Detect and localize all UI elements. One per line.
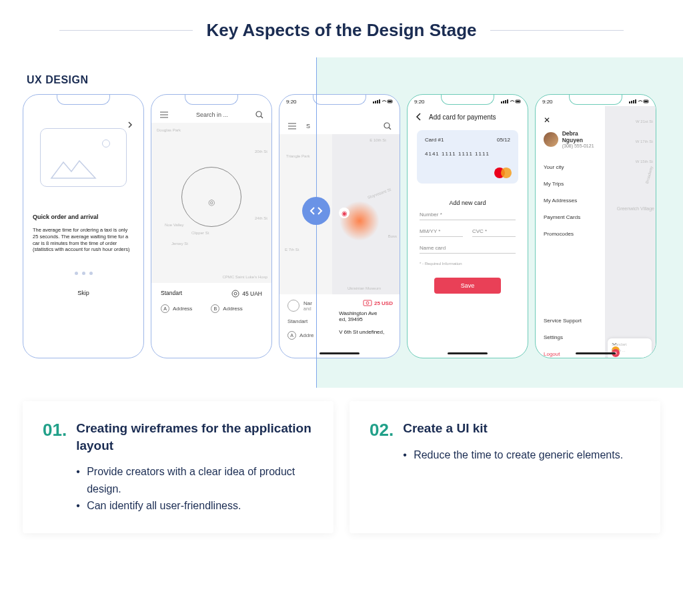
map[interactable]: W 21st St W 17th St W 15th St Greenwich … bbox=[605, 106, 656, 358]
onboarding-title: Quick order and arrival bbox=[33, 214, 134, 220]
svg-point-2 bbox=[234, 292, 237, 295]
screen-title: Add card for payments bbox=[429, 113, 496, 121]
avatar-icon bbox=[287, 300, 299, 312]
ui-add-card: 9:20 Add card for payments Card #105/12 … bbox=[407, 94, 528, 358]
card-title: Create a UI kit bbox=[403, 420, 623, 437]
card-title: Creating wireframes for the application … bbox=[76, 420, 313, 454]
close-icon[interactable]: ✕ bbox=[544, 115, 600, 125]
bullet: Can identify all user-friendliness. bbox=[76, 497, 313, 515]
user-profile[interactable]: Debra Nguyen (308) 555-0121 bbox=[544, 130, 600, 148]
section-subtitle: Add new card bbox=[408, 200, 528, 206]
svg-rect-18 bbox=[629, 101, 630, 103]
chevron-right-icon bbox=[317, 206, 323, 216]
menu-item[interactable]: My Addresses bbox=[544, 192, 600, 209]
user-phone: (308) 555-0121 bbox=[562, 143, 600, 148]
street-label: Douglas Park bbox=[157, 128, 181, 132]
route-sheet[interactable]: Standart AFrom ... BTo ... bbox=[608, 338, 652, 358]
user-name: Debra Nguyen bbox=[562, 130, 600, 143]
image-placeholder bbox=[40, 128, 127, 187]
notch bbox=[569, 94, 622, 105]
comparison-slider-handle[interactable] bbox=[302, 197, 330, 225]
tier-label: Standart bbox=[287, 318, 332, 324]
bullet: Reduce the time to create generic elemen… bbox=[403, 446, 623, 464]
card-number: 02. bbox=[370, 420, 394, 515]
chevron-right-icon[interactable] bbox=[127, 121, 133, 129]
search-icon[interactable] bbox=[255, 111, 263, 119]
price-label: 25 USD bbox=[339, 300, 393, 306]
phones-showcase: Quick order and arrival The average time… bbox=[0, 94, 683, 381]
svg-point-9 bbox=[384, 123, 390, 128]
map[interactable]: ◉ E 10th St Triangle Park Stuyvesant St … bbox=[279, 134, 400, 294]
card-cvc-input[interactable]: CVC * bbox=[472, 228, 516, 237]
card-01: 01. Creating wireframes for the applicat… bbox=[23, 401, 333, 533]
street-label: E 10th St bbox=[370, 138, 386, 142]
street-label: CPMC Saint Luke's Hosp bbox=[222, 275, 267, 279]
sun-icon bbox=[102, 139, 110, 147]
mountain-icon bbox=[50, 156, 97, 180]
street-label: 24th St bbox=[255, 216, 267, 220]
address-a[interactable]: AAddress bbox=[161, 304, 192, 313]
menu-item[interactable]: My Trips bbox=[544, 176, 600, 192]
menu-item[interactable]: Payment Cards bbox=[544, 209, 600, 226]
address-line: V 6th St undefined, bbox=[339, 329, 393, 335]
card-number: 01. bbox=[43, 420, 67, 515]
card-02: 02. Create a UI kit Reduce the time to c… bbox=[350, 401, 660, 533]
chevron-left-icon bbox=[309, 206, 315, 216]
location-pin-icon: ◉ bbox=[339, 208, 350, 218]
required-note: * - Required Information bbox=[420, 262, 516, 266]
divider bbox=[490, 30, 624, 31]
status-icons bbox=[501, 99, 521, 105]
divider bbox=[59, 30, 193, 31]
search-icon[interactable] bbox=[384, 122, 392, 130]
street-label: W 15th St bbox=[636, 160, 653, 164]
svg-rect-5 bbox=[377, 100, 378, 103]
svg-rect-21 bbox=[635, 99, 636, 103]
svg-rect-19 bbox=[631, 101, 632, 103]
street-label: E 7th St bbox=[285, 248, 299, 252]
address-b[interactable]: BAddress bbox=[211, 304, 242, 313]
street-label: W 21st St bbox=[636, 119, 653, 123]
page-header: Key Aspects of the Design Stage bbox=[0, 0, 683, 47]
menu-icon[interactable] bbox=[159, 111, 169, 118]
card-expiry-input[interactable]: MM/YY * bbox=[420, 228, 463, 237]
status-time: 9:20 bbox=[286, 99, 297, 105]
svg-rect-6 bbox=[379, 99, 380, 103]
svg-rect-10 bbox=[364, 300, 372, 306]
avatar bbox=[544, 132, 558, 147]
skip-button[interactable]: Skip bbox=[23, 290, 143, 296]
heatmap-overlay bbox=[339, 201, 380, 241]
info-cards: 01. Creating wireframes for the applicat… bbox=[0, 381, 683, 533]
svg-rect-23 bbox=[644, 101, 648, 102]
wireframe-onboarding: Quick order and arrival The average time… bbox=[23, 94, 144, 358]
street-label: Jersey St bbox=[171, 242, 188, 246]
ui-profile-menu: 9:20 ✕ Debra Nguyen (308) 555-0121 Your bbox=[535, 94, 656, 358]
money-icon bbox=[231, 290, 239, 298]
price-label: 45 UAH bbox=[231, 290, 262, 298]
bullet: Provide creators with a clear idea of pr… bbox=[76, 463, 313, 497]
wireframe-map-search: Search in ... ◎ Douglas Park 20th St 24t… bbox=[151, 94, 272, 358]
map[interactable]: ◎ Douglas Park 20th St 24th St Clipper S… bbox=[151, 123, 271, 283]
notch bbox=[185, 94, 238, 105]
menu-support[interactable]: Service Support bbox=[544, 312, 600, 329]
svg-rect-13 bbox=[503, 101, 504, 103]
back-icon[interactable] bbox=[416, 113, 422, 121]
notch bbox=[57, 94, 110, 105]
search-input[interactable]: Search in ... bbox=[174, 111, 250, 118]
menu-item[interactable]: Promocodes bbox=[544, 226, 600, 242]
address-a[interactable]: AAddre bbox=[287, 331, 332, 340]
svg-rect-3 bbox=[373, 101, 374, 103]
menu-settings[interactable]: Settings bbox=[544, 329, 600, 346]
street-label: Ukrainian Museum bbox=[348, 286, 381, 290]
status-time: 9:20 bbox=[542, 99, 553, 105]
home-indicator bbox=[576, 352, 616, 354]
notch bbox=[441, 94, 494, 105]
menu-icon[interactable] bbox=[287, 123, 297, 129]
svg-rect-15 bbox=[507, 99, 508, 103]
menu-item[interactable]: Your city bbox=[544, 159, 600, 176]
street-label: Triangle Park bbox=[286, 154, 309, 158]
card-number-input[interactable]: Number * bbox=[420, 212, 516, 220]
svg-rect-8 bbox=[388, 101, 392, 102]
card-name-input[interactable]: Name card bbox=[420, 245, 516, 254]
svg-point-0 bbox=[256, 111, 261, 117]
save-button[interactable]: Save bbox=[434, 278, 501, 294]
